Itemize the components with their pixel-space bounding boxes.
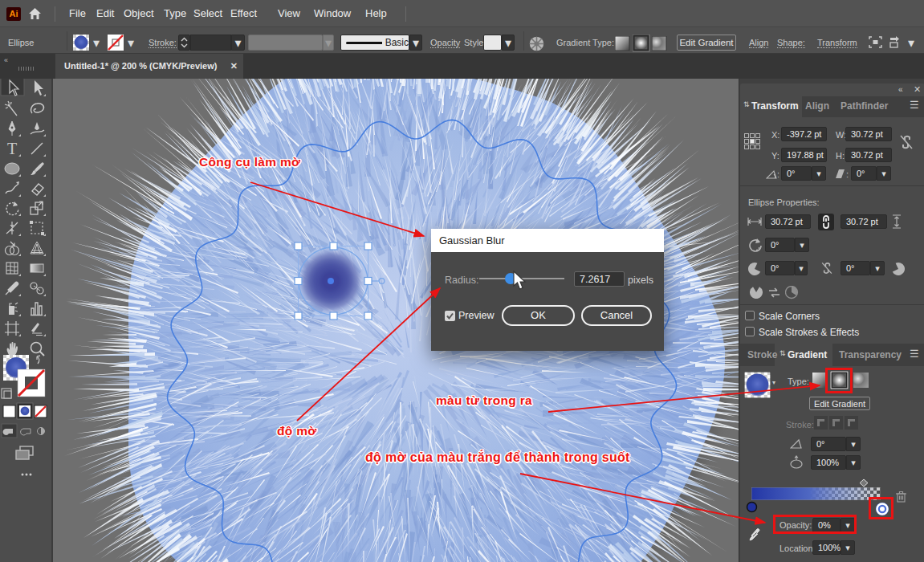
svg-text:T: T	[7, 140, 17, 157]
